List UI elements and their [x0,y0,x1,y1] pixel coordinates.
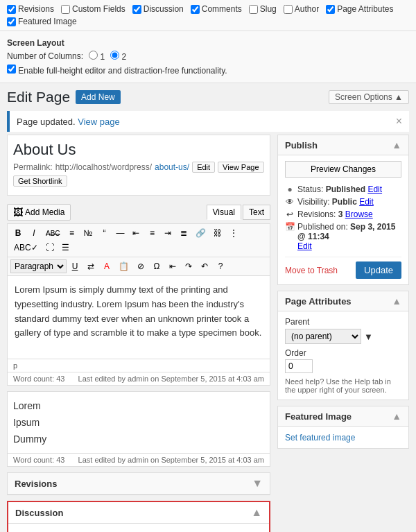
move-to-trash-link[interactable]: Move to Trash [285,266,338,275]
col1-radio[interactable] [89,51,98,60]
clear-format-button[interactable]: ⊘ [133,259,148,273]
revisions-toggle: ▼ [252,477,263,490]
status-edit-link[interactable]: Edit [367,185,382,194]
blockquote-button[interactable]: “ [96,226,112,240]
underline-button[interactable]: U [67,259,83,273]
featured-image-header[interactable]: Featured Image ▲ [278,406,408,427]
order-label: Order [285,348,401,358]
list-item-lorem: Lorem [13,397,264,414]
revisions-browse-link[interactable]: Browse [345,209,373,219]
insert-more-button[interactable]: ⋮ [226,226,241,240]
edit-permalink-button[interactable]: Edit [192,162,215,173]
discussion-checkbox-label[interactable]: Discussion [132,4,184,14]
visibility-edit-link[interactable]: Edit [359,197,374,207]
featured-image-checkbox-label[interactable]: Featured Image [7,17,77,26]
title-section: About Us Permalink: http://localhost/wor… [7,135,270,196]
link-button[interactable]: 🔗 [192,226,209,240]
permalink-slug[interactable]: about-us/ [155,162,189,172]
bold-button[interactable]: B [10,226,26,240]
update-button[interactable]: Update [356,261,401,279]
preview-changes-button[interactable]: Preview Changes [285,161,401,178]
page-updated-notice: Page updated. View page × [7,111,409,132]
parent-select-row: (no parent) ▼ [285,329,401,344]
help-button[interactable]: ? [213,259,228,273]
custom-fields-checkbox-label[interactable]: Custom Fields [61,4,125,14]
align-center-button[interactable]: ≡ [144,226,159,240]
slug-checkbox-label[interactable]: Slug [249,4,277,14]
col2-option[interactable]: 2 [110,51,126,62]
full-height-checkbox[interactable] [7,65,16,74]
fullscreen-button[interactable]: ⛶ [42,241,58,255]
col2-radio[interactable] [110,51,119,60]
columns-label: Number of Columns: [7,51,83,61]
discussion-header[interactable]: Discussion ▲ [8,502,269,524]
special-char-button[interactable]: Ω [149,259,164,273]
align-justify-button[interactable]: ≣ [176,226,191,240]
align-right-button[interactable]: ⇥ [160,226,175,240]
parent-dropdown[interactable]: (no parent) [285,329,361,344]
redo-button[interactable]: ↷ [181,259,196,273]
comments-checkbox[interactable] [191,5,200,14]
discussion-checkbox[interactable] [132,5,141,14]
status-row: ● Status: Published Edit [285,185,401,194]
italic-button[interactable]: I [26,226,42,240]
published-edit-link[interactable]: Edit [297,241,312,251]
editor-content[interactable]: Lorem Ipsum is simply dummy text of the … [7,276,270,359]
status-label: Status: Published Edit [297,185,382,194]
custom-fields-checkbox[interactable] [61,5,70,14]
page-attributes-title: Page Attributes [285,296,352,307]
revisions-header[interactable]: Revisions ▼ [8,473,270,495]
author-checkbox[interactable] [284,5,293,14]
add-new-button[interactable]: Add New [76,90,121,104]
publish-body: Preview Changes ● Status: Published Edit… [278,155,408,284]
discussion-body: Allow comments. Allow trackbacks and pin… [8,524,269,532]
comments-checkbox-label[interactable]: Comments [191,4,242,14]
discussion-metabox: Discussion ▲ Allow comments. Allow track… [7,501,270,532]
align-left-button[interactable]: ⇤ [128,226,144,240]
list-section: Lorem Ipsum Dummy [7,391,270,454]
slug-checkbox[interactable] [249,5,258,14]
text-tab[interactable]: Text [243,205,270,220]
featured-image-checkbox[interactable] [7,17,16,26]
add-media-button[interactable]: 🖼 Add Media [7,204,71,221]
unlink-button[interactable]: ⛓ [210,226,225,240]
published-date-row: 📅 Published on: Sep 3, 2015 @ 11:34 Edit [285,222,401,251]
spellcheck-button[interactable]: ABC✓ [10,241,42,255]
kitchen-sink-button[interactable]: ☰ [58,241,73,255]
visibility-row: 👁 Visibility: Public Edit [285,197,401,207]
get-shortlink-button[interactable]: Get Shortlink [13,175,67,187]
parent-label: Parent [285,317,401,327]
justify-button[interactable]: ⇄ [83,259,98,273]
order-input[interactable] [285,359,313,373]
view-page-link[interactable]: View page [78,117,119,127]
full-height-option[interactable]: Enable full-height editor and distractio… [7,65,227,76]
permalink-label: Permalink: [13,162,53,172]
notice-close-button[interactable]: × [396,115,402,128]
visual-tab[interactable]: Visual [207,205,241,220]
page-attributes-header[interactable]: Page Attributes ▲ [278,291,408,311]
unordered-list-button[interactable]: ≡ [64,226,80,240]
publish-header[interactable]: Publish ▲ [278,135,408,155]
calendar-icon: 📅 [285,222,295,232]
screen-options-button[interactable]: Screen Options ▲ [329,90,409,104]
revisions-checkbox[interactable] [7,5,16,14]
page-title: Edit Page [7,89,70,105]
list-item-dummy: Dummy [13,431,264,447]
page-attributes-checkbox[interactable] [326,5,335,14]
abc-button[interactable]: ABC [42,228,64,239]
outdent-button[interactable]: ⇤ [165,259,180,273]
hr-button[interactable]: — [112,226,128,240]
author-checkbox-label[interactable]: Author [284,4,319,14]
paragraph-select[interactable]: Paragraph [10,259,67,273]
view-page-button[interactable]: View Page [218,162,263,173]
paste-text-button[interactable]: 📋 [115,259,132,273]
revisions-checkbox-label[interactable]: Revisions [7,4,54,14]
ordered-list-button[interactable]: № [80,226,96,240]
undo-button[interactable]: ↶ [197,259,212,273]
post-title[interactable]: About Us [13,141,264,159]
col1-option[interactable]: 1 [89,51,105,62]
set-featured-image-link[interactable]: Set featured image [285,433,355,443]
font-color-button[interactable]: A [99,259,114,273]
editor-paragraph: Lorem Ipsum is simply dummy text of the … [15,283,263,341]
page-attributes-checkbox-label[interactable]: Page Attributes [326,4,393,14]
